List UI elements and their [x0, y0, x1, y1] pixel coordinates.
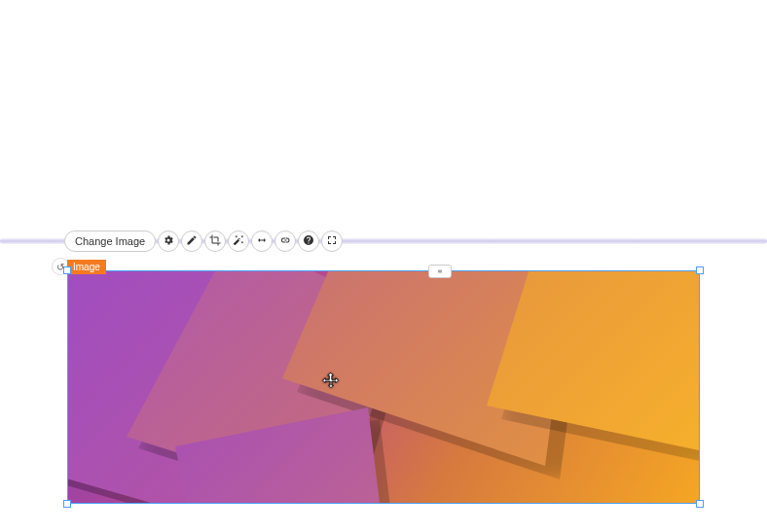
animation-button[interactable] — [251, 231, 273, 252]
stretch-icon — [326, 234, 338, 249]
gear-icon — [163, 234, 174, 249]
element-type-label: Image — [67, 260, 106, 274]
settings-button[interactable] — [158, 231, 179, 252]
drag-icon — [435, 263, 445, 280]
resize-handle-bottom-left[interactable] — [63, 500, 71, 508]
empty-canvas-area — [0, 0, 767, 238]
filters-button[interactable] — [228, 231, 249, 252]
image-toolbar: Change Image — [64, 231, 343, 252]
resize-handle-bottom-right[interactable] — [696, 500, 704, 508]
resize-handle-top-left[interactable] — [63, 266, 71, 274]
magic-wand-icon — [233, 234, 244, 249]
crop-icon — [209, 234, 221, 249]
pencil-icon — [186, 234, 198, 249]
crop-button[interactable] — [204, 231, 226, 252]
help-icon — [303, 234, 314, 249]
drag-handle[interactable] — [428, 265, 452, 278]
selected-image[interactable] — [67, 270, 700, 504]
design-button[interactable] — [181, 231, 202, 252]
link-icon — [279, 234, 291, 249]
animation-icon — [256, 234, 268, 249]
stretch-button[interactable] — [321, 231, 343, 252]
resize-handle-top-right[interactable] — [696, 266, 704, 274]
change-image-button[interactable]: Change Image — [64, 231, 156, 252]
link-button[interactable] — [274, 231, 296, 252]
help-button[interactable] — [298, 231, 319, 252]
